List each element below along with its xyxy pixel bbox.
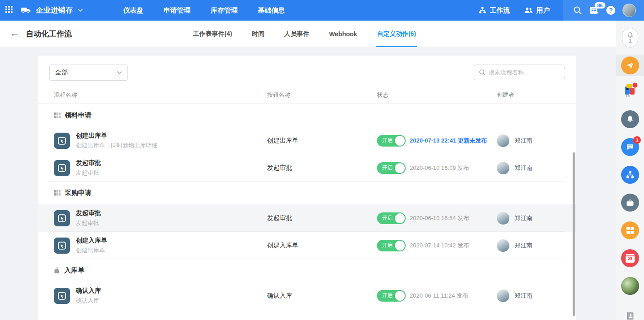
address-book-icon	[626, 311, 635, 320]
col-workflow-name: 流程名称	[54, 91, 267, 99]
workflow-name[interactable]: 确认入库	[76, 287, 101, 295]
sidebar-item-apps[interactable]	[616, 220, 644, 241]
workflow-description: 创建出库单	[76, 246, 107, 255]
status-toggle[interactable]: 开启	[377, 240, 406, 251]
app-name[interactable]: 企业进销存	[36, 6, 73, 15]
workflow-row[interactable]: 发起审批 发起审批 发起审批 开启 2020-06-10 16:09 发布 郑江…	[38, 154, 576, 182]
nav-dashboard[interactable]: 仪表盘	[123, 6, 144, 15]
status-toggle[interactable]: 开启	[377, 212, 406, 224]
toggle-label: 开启	[382, 214, 393, 222]
group-header: 采购申请	[38, 182, 576, 204]
grid-icon	[626, 226, 634, 234]
nav-application-management[interactable]: 申请管理	[164, 6, 191, 15]
sidebar-item-alerts[interactable]	[616, 109, 644, 130]
workflow-description: 发起审批	[76, 219, 101, 227]
tasks-icon[interactable]: 86	[589, 6, 599, 15]
toggle-knob	[395, 163, 405, 173]
workflow-row[interactable]: 发起审批 发起审批 发起审批 开启 2020-06-10 16:54 发布 郑江…	[38, 204, 576, 232]
user-avatar[interactable]	[622, 4, 636, 17]
search-box[interactable]	[474, 65, 565, 80]
status-toggle[interactable]: 开启	[377, 290, 406, 302]
sidebar-item-chat[interactable]: 1	[616, 137, 644, 157]
creator-name: 郑江南	[515, 214, 532, 222]
col-creator: 创建者	[497, 91, 576, 99]
workflow-description: 发起审批	[76, 169, 101, 177]
workflow-list-card: 全部 流程名称 按钮名称 状态 创建者	[38, 56, 576, 320]
tab-people-events[interactable]: 人员事件	[284, 21, 309, 47]
users-link[interactable]: 用户	[524, 6, 550, 15]
tab-worksheet-events[interactable]: 工作表事件(4)	[193, 21, 232, 47]
tab-time[interactable]: 时间	[252, 21, 264, 47]
workflow-row[interactable]: 创建出库单 创建出库单，同时新增出库明细 创建出库单 开启 2020-07-13…	[38, 127, 576, 154]
creator-avatar	[497, 212, 509, 225]
sidebar-item-assistant[interactable]	[616, 80, 644, 101]
scrollbar-thumb[interactable]	[573, 152, 575, 316]
sidebar-item-profile[interactable]	[616, 276, 644, 296]
subheader: ← 自动化工作流 工作表事件(4) 时间 人员事件 Webhook 自定义动作(…	[0, 21, 616, 47]
sidebar-item-workflow[interactable]	[616, 164, 644, 185]
button-name: 发起审批	[267, 214, 377, 222]
publish-status-link[interactable]: 2020-07-13 22:41 更新未发布	[410, 137, 487, 145]
toggle-label: 开启	[382, 242, 393, 249]
custom-action-icon	[54, 288, 70, 304]
workflow-name[interactable]: 创建入库单	[76, 237, 107, 245]
help-icon[interactable]: ?	[606, 6, 615, 15]
app-root: 企业进销存 仪表盘 申请管理 库存管理 基础信息 工作流 用户	[0, 0, 644, 320]
custom-action-icon	[54, 133, 70, 149]
group-name: 采购申请	[65, 189, 92, 197]
col-status: 状态	[377, 91, 497, 99]
app-switcher[interactable]: 企业进销存	[0, 6, 83, 15]
sidebar-item-workflow-app[interactable]	[616, 55, 644, 76]
search-icon[interactable]	[573, 6, 582, 15]
workflow-tabs: 工作表事件(4) 时间 人员事件 Webhook 自定义动作(6)	[193, 21, 416, 47]
right-sidebar: 1 1	[616, 21, 644, 320]
org-chart-icon	[626, 171, 635, 179]
tab-webhook[interactable]: Webhook	[329, 21, 357, 47]
search-input[interactable]	[489, 69, 568, 76]
sidebar-item-calendar[interactable]: 28	[616, 248, 644, 268]
publish-status: 2020-06-11 11:24 发布	[410, 292, 468, 300]
workflow-name[interactable]: 创建出库单	[76, 132, 158, 140]
mascot-icon	[622, 82, 638, 99]
main-content: 全部 流程名称 按钮名称 状态 创建者	[0, 47, 616, 320]
publish-status: 2020-07-14 10:42 发布	[410, 242, 469, 250]
creator-avatar	[497, 134, 509, 147]
table-header: 流程名称 按钮名称 状态 创建者	[38, 86, 576, 104]
creator-avatar	[497, 162, 509, 174]
search-icon	[479, 69, 486, 76]
chevron-down-icon	[117, 71, 122, 74]
workflow-name[interactable]: 发起审批	[76, 209, 101, 217]
toggle-knob	[395, 213, 405, 223]
button-name: 创建出库单	[267, 137, 377, 145]
paper-plane-icon	[626, 61, 635, 70]
briefcase-icon	[626, 199, 635, 207]
workflow-name[interactable]: 发起审批	[76, 159, 101, 167]
toggle-label: 开启	[382, 164, 393, 172]
app-launcher-icon[interactable]	[5, 6, 14, 15]
notifications-button[interactable]: 1	[616, 24, 644, 51]
type-filter-dropdown[interactable]: 全部	[49, 65, 128, 81]
group-name: 领料申请	[65, 111, 92, 120]
status-toggle[interactable]: 开启	[377, 135, 406, 147]
notification-count: 1	[629, 39, 632, 43]
workflow-row[interactable]: 创建入库单 创建出库单 创建入库单 开启 2020-07-14 10:42 发布…	[38, 232, 576, 259]
topbar-nav: 仪表盘 申请管理 库存管理 基础信息	[123, 6, 285, 15]
page-title: 自动化工作流	[26, 29, 72, 39]
button-name: 创建入库单	[267, 242, 377, 250]
truck-icon	[21, 6, 31, 15]
calendar-icon: 28	[621, 249, 639, 267]
workflow-link[interactable]: 工作流	[478, 6, 510, 15]
nav-inventory-management[interactable]: 库存管理	[211, 6, 238, 15]
status-toggle[interactable]: 开启	[377, 162, 406, 174]
custom-action-icon	[54, 210, 70, 226]
toggle-label: 开启	[382, 137, 393, 144]
back-arrow-icon[interactable]: ←	[10, 28, 19, 39]
sidebar-item-projects[interactable]	[616, 192, 644, 213]
worksheet-grid-icon	[54, 112, 61, 118]
workflow-row[interactable]: 确认入库 确认入库 确认入库 开启 2020-06-11 11:24 发布 郑江…	[38, 282, 576, 309]
tab-custom-actions[interactable]: 自定义动作(6)	[377, 21, 416, 47]
nav-basic-info[interactable]: 基础信息	[258, 6, 285, 15]
workflow-description: 创建出库单，同时新增出库明细	[76, 142, 158, 150]
contacts-button[interactable]	[616, 310, 644, 320]
creator-name: 郑江南	[515, 292, 532, 300]
